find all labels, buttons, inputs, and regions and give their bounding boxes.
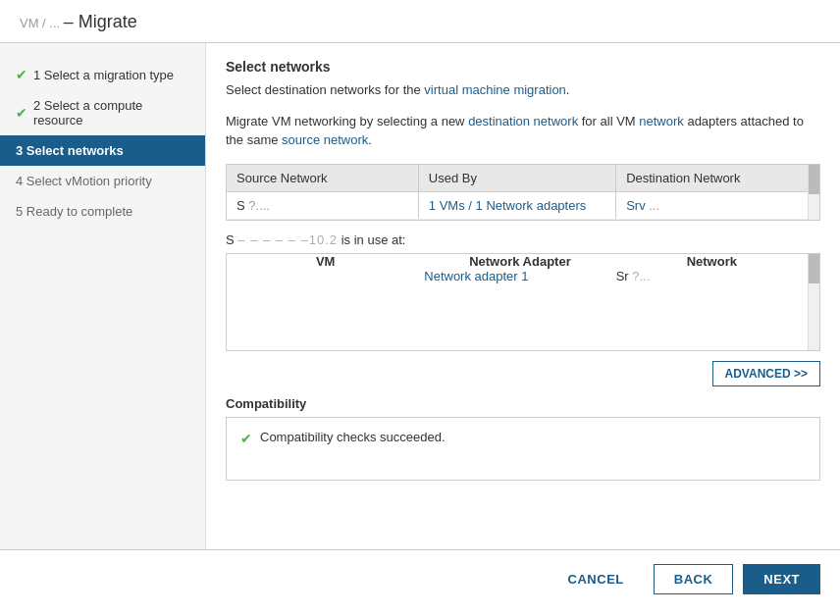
col-network: Network <box>616 254 808 269</box>
compatibility-label: Compatibility <box>226 396 820 411</box>
network-cell-suffix: ?... <box>632 269 650 283</box>
dialog-title: VM / ... – Migrate <box>0 0 840 43</box>
inuse-suffix: is in use at: <box>341 232 406 247</box>
dialog-title-text: – Migrate <box>64 12 137 31</box>
vm-usage-table: VM Network Adapter Network Network adapt… <box>226 253 820 351</box>
back-button[interactable]: BACK <box>654 564 734 594</box>
dest-suffix: ... <box>649 198 659 213</box>
sidebar-item-step5[interactable]: 5 Ready to complete <box>0 196 205 227</box>
dialog-footer: CANCEL BACK NEXT <box>0 549 840 608</box>
title-prefix: VM / ... <box>20 16 64 30</box>
advanced-btn-row: ADVANCED >> <box>226 361 820 386</box>
sidebar-label-step3: 3 Select networks <box>16 143 124 158</box>
desc-text-2a: Migrate VM networking by selecting a new <box>226 114 468 128</box>
sidebar-label-step5: 5 Ready to complete <box>16 204 132 219</box>
source-network-cell: S ?.... <box>227 191 418 219</box>
compat-check-icon: ✔ <box>240 431 252 446</box>
inuse-blurred-text: – – – – – –10.2 <box>237 232 338 247</box>
compatibility-section: Compatibility ✔ Compatibility checks suc… <box>226 396 820 481</box>
desc-text-1b: . <box>566 82 570 97</box>
section-desc-line2: Migrate VM networking by selecting a new… <box>226 112 820 150</box>
sidebar-item-step1[interactable]: ✔ 1 Select a migration type <box>0 59 205 90</box>
col-network-adapter: Network Adapter <box>424 254 615 269</box>
col-used-by: Used By <box>418 165 615 192</box>
table-row: S ?.... 1 VMs / 1 Network adapters Srv .… <box>227 191 808 219</box>
desc-highlight-1: virtual machine migration <box>424 82 566 97</box>
compat-message: Compatibility checks succeeded. <box>260 430 446 444</box>
inuse-text: S – – – – – –10.2 is in use at: <box>226 232 820 247</box>
scrollbar-1[interactable] <box>808 165 819 220</box>
table-row: Network adapter 1 Sr ?... <box>227 269 808 283</box>
sidebar-item-step2[interactable]: ✔ 2 Select a compute resource <box>0 90 205 135</box>
scrollbar-2[interactable] <box>808 254 819 350</box>
col-vm: VM <box>227 254 424 269</box>
scrollbar-knob-2[interactable] <box>809 254 819 283</box>
adapter-cell: Network adapter 1 <box>424 269 615 283</box>
compatibility-box: ✔ Compatibility checks succeeded. <box>226 417 820 481</box>
sidebar-item-step4[interactable]: 4 Select vMotion priority <box>0 166 205 196</box>
checkmark-icon-2: ✔ <box>16 105 27 121</box>
section-desc-line1: Select destination networks for the virt… <box>226 80 820 100</box>
cancel-button[interactable]: CANCEL <box>549 565 644 593</box>
sidebar: ✔ 1 Select a migration type ✔ 2 Select a… <box>0 43 206 549</box>
main-content: Select networks Select destination netwo… <box>206 43 840 549</box>
checkmark-icon-1: ✔ <box>16 67 27 82</box>
desc-highlight-2: destination network <box>468 114 578 128</box>
sidebar-label-step2: 2 Select a compute resource <box>33 98 189 128</box>
desc-text-2b: for all VM <box>578 114 639 128</box>
desc-text-2d: . <box>368 132 372 147</box>
col-dest-network: Destination Network <box>616 165 808 192</box>
advanced-button[interactable]: ADVANCED >> <box>712 361 820 386</box>
used-by-cell: 1 VMs / 1 Network adapters <box>418 191 615 219</box>
network-mapping-table: Source Network Used By Destination Netwo… <box>226 164 820 221</box>
sidebar-item-step3[interactable]: 3 Select networks <box>0 135 205 166</box>
section-title: Select networks <box>226 59 820 75</box>
col-source-network: Source Network <box>227 165 418 192</box>
desc-highlight-4: source network <box>282 132 368 147</box>
sidebar-label-step4: 4 Select vMotion priority <box>16 174 152 188</box>
network-cell: Sr ?... <box>616 269 808 283</box>
scrollbar-knob-1[interactable] <box>809 165 819 194</box>
inuse-source-name: S <box>226 232 235 247</box>
next-button[interactable]: NEXT <box>743 564 820 594</box>
sidebar-label-step1: 1 Select a migration type <box>33 68 174 82</box>
dest-network-cell[interactable]: Srv ... <box>616 191 808 219</box>
desc-text-1: Select destination networks for the <box>226 82 424 97</box>
vm-cell <box>227 269 424 283</box>
source-suffix: ?.... <box>248 198 270 213</box>
desc-highlight-3: network <box>639 114 684 128</box>
